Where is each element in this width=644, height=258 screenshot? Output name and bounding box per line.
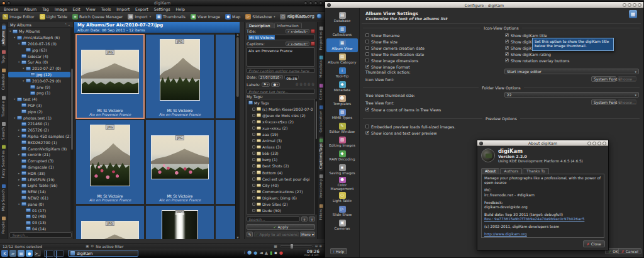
album-tree-item[interactable]: arw (9) bbox=[8, 84, 70, 90]
tag-item[interactable]: Dive Sites (2) bbox=[247, 201, 314, 208]
checkbox-icon[interactable] bbox=[365, 131, 369, 135]
icon-view-font-combo[interactable]: System Font bbox=[591, 76, 616, 82]
thumbnail-card[interactable]: JPG Mt St Victoire Aix en Provence Franc… bbox=[146, 120, 214, 204]
toolbar-button[interactable]: ▣ View Image bbox=[191, 14, 220, 20]
toolbar-button[interactable]: ▤ Import bbox=[128, 14, 151, 20]
add-tag-button[interactable]: + bbox=[301, 216, 308, 222]
sidebar-tab[interactable]: Search bbox=[2, 120, 6, 142]
launcher-icon[interactable]: K bbox=[1, 250, 8, 257]
checkbox-icon[interactable] bbox=[505, 52, 509, 56]
checkbox-icon[interactable] bbox=[365, 125, 369, 128]
configure-sidebar-item[interactable]: ▷ Slide Show bbox=[326, 205, 358, 218]
album-tree-item[interactable]: ▸ LENSFUN (19) bbox=[8, 176, 70, 182]
zoom-out-icon[interactable]: ⊖ bbox=[315, 244, 318, 248]
thumbnail-scrollbar[interactable]: ▲ ▼ bbox=[235, 33, 240, 239]
tag-checkbox[interactable] bbox=[252, 184, 255, 187]
menu-item[interactable]: Tag bbox=[42, 7, 49, 11]
album-tree-item[interactable]: dimgscale (1) bbox=[8, 164, 70, 171]
configure-sidebar-item[interactable]: i Tool-Tip bbox=[326, 66, 358, 80]
tag-item[interactable]: Best Shots (2) bbox=[247, 163, 314, 169]
scroll-up-icon[interactable]: ▲ bbox=[236, 33, 240, 36]
close-icon[interactable] bbox=[602, 142, 606, 145]
tag-checkbox[interactable] bbox=[252, 133, 255, 136]
launcher-icon[interactable]: ▱ bbox=[9, 250, 16, 257]
tag-item[interactable]: aaa (19) bbox=[247, 131, 314, 137]
configure-sidebar-item[interactable]: ☻ Templates bbox=[326, 94, 358, 108]
album-tree-item[interactable]: ▾ /mnt/data/Rep5 (6) bbox=[8, 35, 70, 41]
sidebar-tab[interactable]: Map Search bbox=[2, 182, 6, 213]
tree-font-choose-button[interactable]: Choose... bbox=[618, 99, 636, 105]
checkbox-row[interactable]: Show image dimensions bbox=[365, 57, 425, 64]
cancel-button[interactable]: ✗ Cancel bbox=[618, 248, 641, 254]
checkbox-icon[interactable] bbox=[505, 40, 509, 43]
album-tree-item[interactable]: ▸ HDR (38) bbox=[8, 170, 70, 176]
album-tree-item[interactable]: ▾ test (4) bbox=[8, 96, 70, 103]
sidebar-tab[interactable]: Calendar bbox=[2, 67, 6, 92]
checkbox-row[interactable]: Show digiKam rating bbox=[505, 51, 569, 57]
album-tree-item[interactable]: pipo (2) bbox=[8, 108, 70, 115]
checkbox-row[interactable]: Show image Format bbox=[365, 64, 425, 70]
checkbox-row[interactable]: Show a count of items in Tree Views bbox=[365, 106, 441, 113]
minimize-icon[interactable] bbox=[592, 142, 596, 145]
tag-item[interactable]: bbb (33) bbox=[247, 150, 314, 157]
help-window-icon[interactable] bbox=[587, 142, 591, 145]
menu-item[interactable]: Image bbox=[55, 7, 67, 11]
edit-icon[interactable]: ✎ bbox=[247, 232, 253, 237]
configure-sidebar-item[interactable]: ● Color Management bbox=[326, 177, 358, 191]
album-tree-item[interactable]: ▾ My Albums bbox=[8, 28, 70, 35]
rating-stars[interactable]: ☆☆☆☆☆ bbox=[295, 82, 315, 87]
menu-item[interactable]: Browse bbox=[4, 7, 18, 11]
album-tree-item[interactable]: ▸ 265726 (2) bbox=[8, 127, 70, 133]
close-icon[interactable] bbox=[638, 3, 641, 7]
configure-sidebar-item[interactable]: ▦ Album View bbox=[326, 38, 358, 52]
about-tab[interactable]: Authors bbox=[500, 168, 522, 174]
checkbox-icon[interactable] bbox=[365, 65, 369, 69]
more-button[interactable]: More ▾ bbox=[300, 232, 315, 237]
right-sidebar-tab[interactable]: Geolocation bbox=[319, 104, 323, 135]
configure-sidebar-item[interactable]: ▧ Editing Images bbox=[326, 135, 358, 149]
album-tree-item[interactable]: sidecar (4) bbox=[8, 53, 70, 59]
right-sidebar-tab[interactable]: Colors bbox=[319, 82, 323, 102]
tag-checkbox[interactable] bbox=[252, 164, 255, 167]
album-search-input[interactable] bbox=[9, 232, 72, 238]
tag-item[interactable]: @Jeux de Mots clés (2) bbox=[247, 112, 314, 118]
tag-checkbox[interactable] bbox=[252, 203, 255, 206]
captions-panel-tab[interactable]: Description bbox=[246, 23, 274, 28]
captions-language-combo[interactable]: ✓ x-default bbox=[286, 42, 309, 46]
main-titlebar[interactable]: digiKam bbox=[0, 0, 325, 6]
album-tree-item[interactable]: ▾ Sur Aix (0) bbox=[8, 59, 70, 65]
tag-checkbox[interactable] bbox=[252, 177, 255, 181]
configure-sidebar-item[interactable]: ◆ RAW Decoding bbox=[326, 149, 358, 163]
right-sidebar-tab[interactable]: Versioning bbox=[319, 172, 323, 200]
checkbox-row[interactable]: Show filename bbox=[365, 32, 425, 38]
color-label-combo[interactable]: ● bbox=[271, 82, 280, 87]
launcher-icon[interactable]: ● bbox=[26, 250, 33, 257]
maximize-icon[interactable] bbox=[309, 1, 313, 5]
add-child-tag-button[interactable]: + bbox=[309, 216, 315, 222]
captions-panel-tab[interactable]: Information bbox=[274, 23, 302, 28]
grid-view-icon[interactable]: ▦ bbox=[274, 244, 277, 248]
tag-item[interactable]: City (40) bbox=[247, 182, 314, 188]
album-tree-item[interactable]: ▾ pano (0) bbox=[8, 201, 70, 207]
tray-icon[interactable]: ☻ bbox=[247, 250, 252, 257]
thumbnail-click-combo[interactable]: Start image editor bbox=[504, 69, 639, 74]
menu-item[interactable]: View bbox=[86, 7, 96, 11]
tag-checkbox[interactable] bbox=[252, 158, 255, 161]
tag-item[interactable]: berg (1) bbox=[247, 157, 314, 163]
apply-button[interactable]: ✓ Apply bbox=[247, 224, 315, 230]
checkbox-icon[interactable] bbox=[365, 40, 369, 43]
tag-item[interactable]: Dude (50) bbox=[247, 208, 314, 214]
collapse-chevrons-icon[interactable]: ⌃⌄ bbox=[65, 23, 71, 26]
checkbox-icon[interactable] bbox=[365, 59, 369, 62]
tray-icon[interactable]: ▮ bbox=[270, 250, 272, 257]
menu-item[interactable]: Export bbox=[135, 7, 148, 11]
tray-icon[interactable]: ◄ bbox=[259, 250, 262, 257]
configure-sidebar-item[interactable]: ▣ Cameras bbox=[326, 218, 358, 232]
album-tree-item[interactable]: Corrupted (3) bbox=[8, 158, 70, 164]
desktop-1[interactable] bbox=[44, 250, 53, 257]
checkbox-row[interactable]: Show file modification date bbox=[365, 51, 425, 57]
tray-icon[interactable]: i bbox=[244, 250, 245, 257]
about-titlebar[interactable]: About digiKam bbox=[477, 140, 608, 146]
configure-sidebar-item[interactable]: ▤ Database bbox=[326, 11, 358, 25]
menu-item[interactable]: Import bbox=[116, 7, 130, 11]
